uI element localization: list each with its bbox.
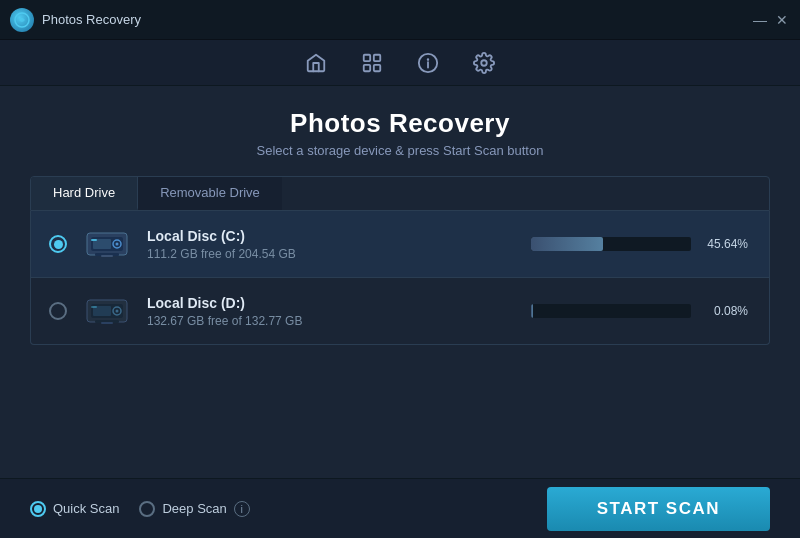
svg-rect-24: [91, 306, 97, 308]
drive-item-c[interactable]: Local Disc (C:) 111.2 GB free of 204.54 …: [31, 211, 769, 278]
page-subtitle: Select a storage device & press Start Sc…: [30, 143, 770, 158]
title-bar: Photos Recovery — ✕: [0, 0, 800, 40]
drive-c-percent: 45.64%: [703, 237, 748, 251]
scan-options: Quick Scan Deep Scan i: [30, 501, 250, 517]
home-icon[interactable]: [302, 49, 330, 77]
quick-scan-label: Quick Scan: [53, 501, 119, 516]
svg-point-21: [116, 310, 119, 313]
drive-c-name: Local Disc (C:): [147, 228, 517, 244]
svg-point-13: [116, 243, 119, 246]
svg-rect-15: [101, 255, 113, 257]
title-bar-left: Photos Recovery: [10, 8, 141, 32]
deep-scan-option[interactable]: Deep Scan i: [139, 501, 249, 517]
drive-c-icon: [81, 225, 133, 263]
drive-c-progress-area: 45.64%: [531, 237, 751, 251]
drive-d-radio[interactable]: [49, 302, 67, 320]
tab-removable-drive[interactable]: Removable Drive: [138, 177, 282, 210]
drive-d-name: Local Disc (D:): [147, 295, 517, 311]
drive-c-progress-bg: [531, 237, 691, 251]
app-title-text: Photos Recovery: [42, 12, 141, 27]
drive-list: Local Disc (C:) 111.2 GB free of 204.54 …: [30, 211, 770, 345]
drive-d-info: Local Disc (D:) 132.67 GB free of 132.77…: [147, 295, 517, 328]
svg-rect-4: [374, 64, 380, 70]
page-heading: Photos Recovery Select a storage device …: [30, 108, 770, 158]
quick-scan-option[interactable]: Quick Scan: [30, 501, 119, 517]
drive-c-radio[interactable]: [49, 235, 67, 253]
app-icon: [10, 8, 34, 32]
info-nav-icon[interactable]: [414, 49, 442, 77]
close-button[interactable]: ✕: [774, 12, 790, 28]
title-bar-controls: — ✕: [752, 12, 790, 28]
deep-scan-info-icon[interactable]: i: [234, 501, 250, 517]
svg-point-8: [481, 60, 487, 66]
bottom-bar: Quick Scan Deep Scan i START SCAN: [0, 478, 800, 538]
minimize-button[interactable]: —: [752, 12, 768, 28]
drive-c-info: Local Disc (C:) 111.2 GB free of 204.54 …: [147, 228, 517, 261]
tab-hard-drive[interactable]: Hard Drive: [31, 177, 138, 210]
drive-d-icon: [81, 292, 133, 330]
nav-bar: [0, 40, 800, 86]
quick-scan-radio[interactable]: [30, 501, 46, 517]
start-scan-button[interactable]: START SCAN: [547, 487, 770, 531]
svg-rect-3: [364, 64, 370, 70]
svg-rect-23: [101, 322, 113, 324]
drive-item-d[interactable]: Local Disc (D:) 132.67 GB free of 132.77…: [31, 278, 769, 344]
tabs-container: Hard Drive Removable Drive: [30, 176, 770, 211]
drive-d-progress-area: 0.08%: [531, 304, 751, 318]
deep-scan-radio[interactable]: [139, 501, 155, 517]
main-content: Photos Recovery Select a storage device …: [0, 86, 800, 478]
drive-c-progress-fill: [531, 237, 603, 251]
drive-d-percent: 0.08%: [703, 304, 748, 318]
settings-nav-icon[interactable]: [470, 49, 498, 77]
svg-rect-2: [374, 54, 380, 60]
svg-rect-1: [364, 54, 370, 60]
drive-d-progress-bg: [531, 304, 691, 318]
drive-d-free: 132.67 GB free of 132.77 GB: [147, 314, 517, 328]
deep-scan-label: Deep Scan: [162, 501, 226, 516]
svg-rect-16: [91, 239, 97, 241]
page-title: Photos Recovery: [30, 108, 770, 139]
drive-d-progress-fill: [531, 304, 533, 318]
drive-c-free: 111.2 GB free of 204.54 GB: [147, 247, 517, 261]
scan-nav-icon[interactable]: [358, 49, 386, 77]
